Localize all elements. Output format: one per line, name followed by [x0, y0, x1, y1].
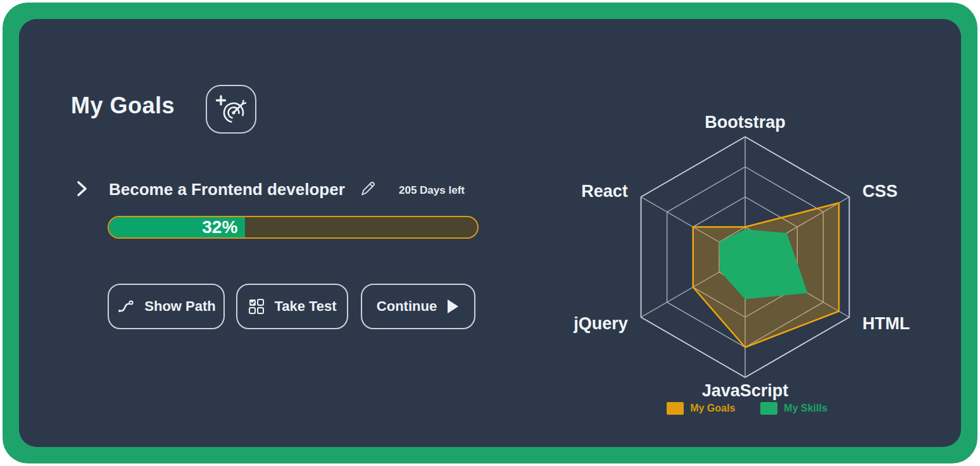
- axis-label-react: React: [581, 182, 628, 201]
- progress-label: 32%: [202, 217, 245, 237]
- grid-check-icon: [248, 298, 265, 315]
- goal-title: Become a Frontend developer: [109, 180, 345, 199]
- continue-label: Continue: [377, 298, 437, 315]
- goal-row: Become a Frontend developer 205 Days lef…: [73, 179, 479, 201]
- page-title: My Goals: [71, 92, 175, 119]
- my-skills-swatch: [760, 402, 777, 415]
- axis-label-css: CSS: [862, 182, 898, 201]
- continue-button[interactable]: Continue: [361, 284, 475, 329]
- chevron-right-icon[interactable]: [73, 180, 90, 198]
- show-path-label: Show Path: [144, 298, 215, 315]
- chart-legend: My Goals My Skills: [570, 400, 924, 417]
- my-skills-legend-label: My Skills: [784, 403, 827, 414]
- show-path-button[interactable]: Show Path: [108, 284, 225, 329]
- progress-bar: 32%: [108, 216, 479, 239]
- play-icon: [446, 298, 460, 315]
- axis-label-jquery: jQuery: [573, 314, 628, 333]
- axis-label-html: HTML: [862, 314, 910, 333]
- legend-item-my-skills[interactable]: My Skills: [760, 402, 827, 415]
- path-icon: [116, 298, 135, 315]
- legend-item-my-goals[interactable]: My Goals: [667, 402, 735, 415]
- goal-actions: Show Path Take Test Continue: [108, 284, 487, 329]
- add-goal-button[interactable]: [206, 85, 256, 134]
- days-left-label: 205 Days left: [399, 184, 465, 197]
- progress-fill: 32%: [109, 217, 245, 237]
- my-goals-legend-label: My Goals: [690, 403, 735, 414]
- target-plus-icon: [214, 93, 248, 126]
- take-test-button[interactable]: Take Test: [236, 284, 348, 329]
- my-goals-swatch: [667, 402, 684, 415]
- my-goals-card: My Goals Become a Frontend developer: [19, 19, 961, 447]
- edit-pencil-icon[interactable]: [358, 179, 377, 198]
- take-test-label: Take Test: [274, 298, 336, 315]
- axis-label-javascript: JavaScript: [702, 381, 789, 400]
- green-border-frame: My Goals Become a Frontend developer: [3, 3, 977, 463]
- radar-chart-svg: BootstrapCSSHTMLJavaScriptjQueryReact: [570, 108, 924, 405]
- axis-label-bootstrap: Bootstrap: [705, 113, 786, 132]
- skills-radar-chart: BootstrapCSSHTMLJavaScriptjQueryReact My…: [570, 108, 924, 431]
